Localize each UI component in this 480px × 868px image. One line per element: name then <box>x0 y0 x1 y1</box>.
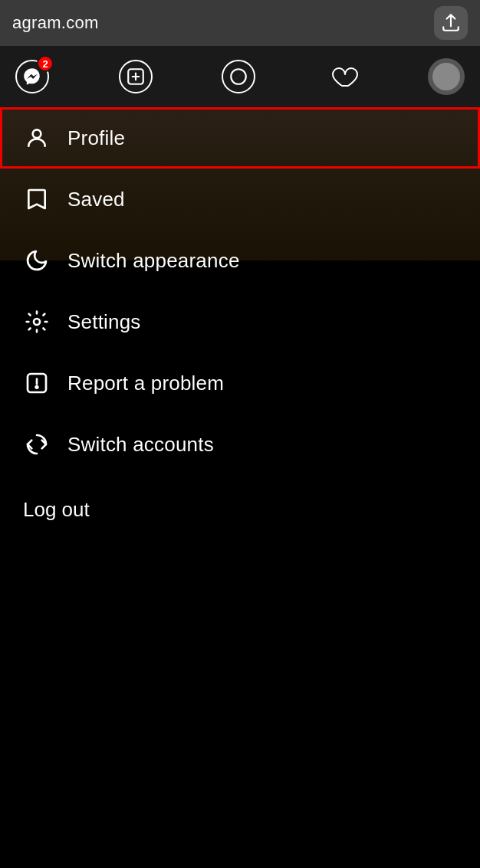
create-icon-circle <box>119 60 153 93</box>
settings-icon-svg <box>25 310 49 334</box>
profile-icon <box>23 124 51 152</box>
address-bar: agram.com <box>0 0 480 46</box>
create-icon <box>126 67 146 87</box>
moon-icon <box>23 247 51 274</box>
svg-point-10 <box>36 386 38 388</box>
saved-label: Saved <box>67 188 125 211</box>
menu-item-settings[interactable]: Settings <box>0 291 480 352</box>
report-icon-svg <box>25 371 49 395</box>
switch-accounts-icon <box>23 431 51 458</box>
svg-point-7 <box>34 319 40 325</box>
menu-item-profile[interactable]: Profile <box>0 107 480 169</box>
switch-accounts-icon-svg <box>25 432 49 457</box>
saved-icon-svg <box>25 187 49 211</box>
menu-item-report[interactable]: Report a problem <box>0 352 480 414</box>
menu-item-switch-accounts[interactable]: Switch accounts <box>0 414 480 475</box>
settings-icon <box>23 308 51 336</box>
moon-icon-svg <box>25 248 49 273</box>
avatar-inner <box>432 63 460 90</box>
notification-badge: 2 <box>37 55 54 72</box>
switch-accounts-label: Switch accounts <box>67 433 214 457</box>
explore-icon-circle <box>222 60 255 93</box>
report-label: Report a problem <box>67 372 224 395</box>
nav-explore[interactable] <box>222 60 255 93</box>
nav-bar: 2 <box>0 46 480 107</box>
svg-point-5 <box>237 75 239 77</box>
share-icon <box>441 13 461 33</box>
nav-messenger[interactable]: 2 <box>15 60 49 93</box>
heart-icon <box>325 60 359 93</box>
avatar <box>428 58 465 95</box>
report-icon <box>23 369 51 397</box>
profile-label: Profile <box>67 126 125 150</box>
profile-icon-svg <box>25 126 49 150</box>
url-text: agram.com <box>12 13 99 33</box>
dropdown-menu: Profile Saved Switch appearance Settings <box>0 107 480 545</box>
share-button[interactable] <box>434 6 468 40</box>
saved-icon <box>23 185 51 213</box>
nav-create[interactable] <box>119 60 153 93</box>
explore-icon <box>228 67 248 87</box>
menu-item-saved[interactable]: Saved <box>0 169 480 230</box>
menu-item-switch-appearance[interactable]: Switch appearance <box>0 230 480 291</box>
svg-point-6 <box>33 129 41 138</box>
logout-label: Log out <box>23 498 90 522</box>
nav-notifications[interactable] <box>325 60 359 93</box>
nav-profile-avatar[interactable] <box>428 58 465 95</box>
switch-appearance-label: Switch appearance <box>67 249 240 273</box>
menu-item-logout[interactable]: Log out <box>0 475 480 545</box>
settings-label: Settings <box>67 310 141 334</box>
